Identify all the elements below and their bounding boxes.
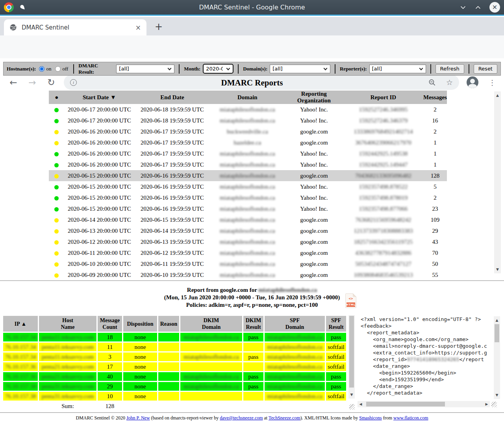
host-name: penta31.teksavvy.com (39, 392, 96, 401)
footer-link[interactable]: www.flaticon.com (393, 415, 428, 421)
col-disposition[interactable]: Disposition (123, 316, 157, 332)
col-ip[interactable]: IP ▲ (3, 316, 38, 332)
scroll-left-icon[interactable]: ◀ (358, 401, 364, 407)
status-dot-icon (54, 196, 59, 200)
col-messages[interactable]: Messages (423, 91, 447, 104)
report-row[interactable]: 2020-06-17 20:00:00 UTC2020-06-18 19:59:… (49, 104, 447, 115)
report-row[interactable]: 2020-06-15 20:00:00 UTC2020-06-16 19:59:… (49, 181, 447, 192)
report-row[interactable]: 2020-06-11 20:00:00 UTC2020-06-12 19:59:… (49, 247, 447, 258)
col-reporting-org[interactable]: Reporting Organization (285, 91, 343, 104)
reports-scrollbar[interactable]: ▲ ▼ (494, 91, 501, 273)
report-row[interactable]: 2020-06-17 20:00:00 UTC2020-06-18 19:59:… (49, 115, 447, 126)
col-message-count[interactable]: Message Count (98, 316, 122, 332)
reporting-org: google.com (285, 258, 343, 269)
report-row[interactable]: 2020-06-12 20:00:00 UTC2020-06-13 19:59:… (49, 236, 447, 247)
minimize-icon[interactable] (460, 4, 467, 11)
refresh-button[interactable]: Refresh (435, 64, 464, 74)
footer-link[interactable]: Smashicons (359, 415, 382, 421)
reporters-select[interactable]: [all] (369, 65, 426, 73)
new-tab-button[interactable]: + (153, 21, 165, 33)
report-row[interactable]: 2020-06-15 20:00:00 UTC2020-06-16 19:59:… (49, 192, 447, 203)
report-row[interactable]: 2020-06-10 20:00:00 UTC2020-06-11 19:59:… (49, 258, 447, 269)
scrollbar-thumb[interactable] (495, 324, 499, 342)
scroll-down-icon[interactable]: ▼ (348, 391, 355, 398)
hostnames-off-radio[interactable] (55, 66, 61, 72)
ip: 76.10.157.34 (3, 333, 38, 341)
close-window-button[interactable]: ✕ (489, 2, 500, 13)
status-cell (49, 192, 65, 203)
maximize-icon[interactable] (474, 4, 482, 11)
dmarc-result-select[interactable]: [all] (116, 65, 174, 73)
message-count: 50 (423, 258, 447, 269)
end-date: 2020-06-15 19:59:59 UTC (134, 214, 210, 225)
col-spf-domain[interactable]: SPF Domain (265, 316, 325, 332)
col-host-name[interactable]: Host Name (39, 316, 96, 332)
scroll-up-icon[interactable]: ▲ (494, 92, 501, 98)
start-date: 2020-06-16 20:00:00 UTC (65, 159, 135, 170)
scroll-right-icon[interactable]: ▶ (484, 401, 490, 407)
message-count: 29 (98, 382, 122, 391)
divider (469, 64, 469, 74)
report-row[interactable]: 2020-06-16 20:00:00 UTC2020-06-17 19:59:… (49, 126, 447, 137)
html-file-icon[interactable]: <> HTML (345, 293, 356, 308)
footer-link[interactable]: John P. New (126, 415, 150, 421)
resize-grip[interactable] (349, 404, 355, 410)
col-spf-result[interactable]: SPF Result (326, 316, 346, 332)
scroll-down-icon[interactable]: ▼ (494, 392, 500, 398)
col-report-id[interactable]: Report ID (343, 91, 423, 104)
scroll-down-icon[interactable]: ▼ (494, 266, 501, 273)
col-dkim-domain[interactable]: DKIM Domain (180, 316, 242, 332)
reason (158, 352, 179, 361)
col-end-date[interactable]: End Date (134, 91, 210, 104)
message-count: 70 (423, 247, 447, 258)
report-row[interactable]: 2020-06-13 20:00:00 UTC2020-06-14 19:59:… (49, 225, 447, 236)
message-count: 43 (423, 236, 447, 247)
hostnames-on-radio[interactable] (39, 66, 44, 72)
message-count: 109 (423, 214, 447, 225)
report-domain: miataphilesoflondon.ca (210, 214, 285, 225)
detail-row: 76.10.157.34penta11.teksavvy.com3nonemia… (3, 352, 346, 361)
footer-link[interactable]: TechSneeze.com (269, 415, 300, 421)
status-cell (49, 159, 65, 170)
col-start-date[interactable]: Start Date ▼ (65, 91, 135, 104)
report-row[interactable]: 2020-06-15 20:00:00 UTC2020-06-16 19:59:… (49, 203, 447, 214)
sum-row: Sum: 128 (3, 402, 346, 410)
col-domain[interactable]: Domain (210, 91, 285, 104)
report-row[interactable]: 2020-06-16 20:00:00 UTC2020-06-17 19:59:… (49, 159, 447, 170)
window-titlebar: DMARC Sentinel - Google Chrome ✕ (0, 0, 504, 16)
report-row[interactable]: 2020-06-15 20:00:00 UTC2020-06-16 19:59:… (49, 170, 447, 181)
report-row[interactable]: 2020-06-16 20:00:00 UTC2020-06-17 19:59:… (49, 137, 447, 148)
spf-result: softfail (326, 352, 346, 361)
tab-dmarc-sentinel[interactable]: DMARC Sentinel × (4, 19, 146, 35)
tab-close-icon[interactable]: × (135, 24, 141, 32)
month-select[interactable]: 2020-06 (203, 64, 233, 74)
detail-scrollbar[interactable]: ▼ (348, 315, 355, 399)
reason (158, 392, 179, 401)
detail-row: 76.10.157.38penta31.teksavvy.com29nonemi… (3, 382, 346, 391)
report-row[interactable]: 2020-06-09 20:00:00 UTC2020-06-10 19:59:… (49, 269, 447, 280)
spf-domain: miataphilesoflondon.ca (265, 382, 325, 391)
status-dot-icon (54, 130, 59, 134)
footer-link[interactable]: dave@techsneeze.com (220, 415, 263, 421)
reset-button[interactable]: Reset (474, 64, 497, 74)
xml-horizontal-scrollbar[interactable]: ◀ ▶ (358, 401, 490, 407)
spf-domain: miataphilesoflondon.ca (265, 343, 325, 351)
scroll-up-icon[interactable]: ▲ (494, 317, 500, 323)
end-date: 2020-06-16 19:59:59 UTC (134, 170, 210, 181)
report-policies: Policies: adkim=r, aspf=r, p=none, sp=no… (0, 301, 504, 309)
xml-line: </date_range> (361, 383, 491, 390)
domains-select[interactable]: [all] (270, 65, 330, 73)
col-status[interactable]: ● (49, 91, 65, 104)
col-dkim-result[interactable]: DKIM Result (243, 316, 263, 332)
resize-grip[interactable] (491, 402, 497, 407)
scrollbar-thumb[interactable] (349, 316, 354, 388)
ip: 76.10.157.38 (3, 392, 38, 401)
scrollbar-thumb[interactable] (366, 402, 445, 406)
col-reason[interactable]: Reason (158, 316, 179, 332)
ip: 76.10.157.36 (3, 362, 38, 371)
report-row[interactable]: 2020-06-16 20:00:00 UTC2020-06-17 19:59:… (49, 148, 447, 159)
report-row[interactable]: 2020-06-14 20:00:00 UTC2020-06-15 19:59:… (49, 214, 447, 225)
xml-vertical-scrollbar[interactable]: ▲ ▼ (494, 316, 500, 399)
status-cell (49, 170, 65, 181)
status-cell (49, 269, 65, 280)
